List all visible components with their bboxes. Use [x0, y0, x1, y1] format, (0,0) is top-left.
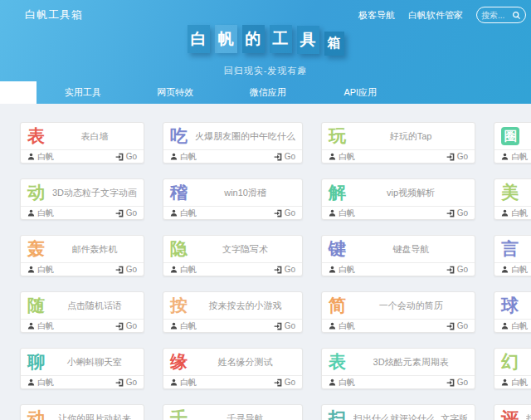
tool-card-author: 白帆 [27, 377, 54, 388]
author-label: 白帆 [511, 320, 528, 332]
search-input[interactable] [481, 11, 512, 20]
tool-card[interactable]: 解 vip视频解析 白帆 Go [321, 178, 475, 220]
tool-card-footer: 白帆 Go [21, 319, 144, 332]
tool-card-title: 姓名缘分测试 [195, 356, 295, 369]
tool-card[interactable]: 聊 小蝌蚪聊天室 白帆 Go [20, 348, 144, 389]
tool-card-go[interactable]: Go [446, 321, 468, 330]
tool-card[interactable]: 圈 一键秒拉圈圈 白帆 Go [494, 122, 531, 164]
tool-card[interactable]: 评 扫出什么就评论什么_图片版 白帆 Go [494, 404, 531, 420]
author-label: 白帆 [37, 208, 54, 219]
tool-card-go[interactable]: Go [446, 152, 468, 161]
hero-title-tile: 工 [270, 25, 292, 53]
tool-card[interactable]: 幻 视幻 白帆 Go [494, 348, 531, 389]
tool-card-title: 扫出什么就评论什么_文字版 [353, 413, 468, 420]
tool-card[interactable]: 稽 win10滑稽 白帆 Go [163, 178, 303, 220]
tool-card-char: 按 [170, 294, 195, 317]
tool-card[interactable]: 玩 好玩的Tap 白帆 Go [321, 122, 475, 164]
author-label: 白帆 [511, 377, 528, 388]
tool-card-footer: 白帆 Go [163, 149, 302, 163]
tool-card[interactable]: 千 千寻导航 白帆 Go [163, 404, 303, 420]
author-label: 白帆 [37, 377, 54, 388]
author-label: 白帆 [511, 208, 528, 219]
sign-in-icon [274, 209, 282, 217]
tool-card[interactable]: 扫 扫出什么就评论什么_文字版 白帆 Go [321, 404, 475, 420]
tool-card-top: 表 表白墙 [21, 123, 144, 149]
user-icon [329, 322, 336, 330]
tool-card-title: 火爆朋友圈的中午吃什么 [195, 130, 295, 143]
hero-subtitle: 回归现实-发现有趣 [0, 65, 531, 77]
tool-card-title: 按来按去的小游戏 [195, 300, 295, 312]
tool-card-go[interactable]: Go [274, 378, 295, 387]
tool-card[interactable]: 按 按来按去的小游戏 白帆 Go [163, 291, 303, 333]
tool-card[interactable]: 动 让你的照片动起来 白帆 Go [20, 404, 144, 420]
tool-card[interactable]: 随 点击随机话语 白帆 Go [20, 291, 144, 333]
tool-card-go[interactable]: Go [115, 321, 137, 330]
site-header: 白帆工具箱 极客导航 白帆软件管家 白帆的工具箱 回归现实-发现有趣 实用工具 … [0, 0, 531, 104]
go-label: Go [126, 321, 137, 330]
tool-card-go[interactable]: Go [446, 208, 468, 217]
tool-card-top: 缘 姓名缘分测试 [163, 349, 302, 375]
author-label: 白帆 [37, 151, 54, 163]
tool-card-top: 千 千寻导航 [163, 405, 302, 420]
tool-card-title: 扫出什么就评论什么_图片版 [526, 413, 531, 420]
tool-card-char: 幻 [501, 350, 526, 374]
sign-in-icon [446, 322, 455, 330]
tool-card[interactable]: 球 cxk在线打篮球 白帆 Go [494, 291, 531, 333]
tool-card[interactable]: 键 键盘导航 白帆 Go [321, 235, 475, 276]
tool-card[interactable]: 美 惊人的美丽 白帆 Go [494, 178, 531, 220]
tool-card[interactable]: 言 一言美化版 白帆 Go [494, 235, 531, 276]
hero-title-tile: 箱 [324, 32, 344, 56]
tool-card-title: 表白墙 [52, 130, 137, 143]
author-label: 白帆 [339, 320, 355, 332]
search-box[interactable] [476, 7, 526, 23]
nav-link-software-manager[interactable]: 白帆软件管家 [408, 9, 463, 22]
tool-card-go[interactable]: Go [115, 378, 137, 387]
tool-card[interactable]: 缘 姓名缘分测试 白帆 Go [163, 348, 303, 389]
tool-card-top: 吃 火爆朋友圈的中午吃什么 [163, 123, 302, 149]
tool-card-title: 让你的照片动起来 [52, 413, 137, 420]
tab[interactable]: 微信应用 [222, 81, 314, 104]
tool-card-footer: 白帆 Go [322, 375, 475, 388]
tool-card[interactable]: 表 3D炫酷元素周期表 白帆 Go [321, 348, 475, 389]
site-logo[interactable]: 白帆工具箱 [25, 7, 83, 22]
tab[interactable]: 网页特效 [129, 81, 222, 104]
tool-card-go[interactable]: Go [115, 208, 137, 217]
tool-card-author: 白帆 [329, 377, 355, 388]
tool-card[interactable]: 简 一个会动的简历 白帆 Go [321, 291, 475, 333]
tool-card-go[interactable]: Go [274, 152, 295, 161]
tool-card-author: 白帆 [170, 208, 197, 219]
tab[interactable] [0, 81, 37, 104]
tool-card-go[interactable]: Go [115, 152, 137, 161]
tab[interactable]: 实用工具 [37, 81, 129, 104]
user-icon [501, 209, 509, 217]
tool-card-go[interactable]: Go [274, 265, 295, 274]
tool-card-title: 3D炫酷元素周期表 [353, 356, 468, 369]
tool-card-footer: 白帆 Go [322, 319, 475, 332]
search-icon[interactable] [512, 11, 521, 20]
tool-card[interactable]: 隐 文字隐写术 白帆 Go [163, 235, 303, 276]
tool-card-go[interactable]: Go [274, 321, 295, 330]
tool-card-title: 千寻导航 [195, 413, 295, 420]
tool-card-footer: 白帆 Go [494, 262, 531, 276]
go-label: Go [126, 265, 137, 274]
tool-card[interactable]: 吃 火爆朋友圈的中午吃什么 白帆 Go [163, 122, 303, 164]
tool-card-top: 动 3D动态粒子文字动画 [21, 179, 144, 206]
user-icon [501, 153, 509, 160]
tool-card-go[interactable]: Go [446, 378, 468, 387]
tab[interactable]: API应用 [314, 81, 407, 104]
tool-card-go[interactable]: Go [274, 208, 295, 217]
tool-card-top: 解 vip视频解析 [322, 179, 475, 206]
tool-card[interactable]: 轰 邮件轰炸机 白帆 Go [20, 235, 144, 276]
tool-card-footer: 白帆 Go [21, 149, 144, 163]
tool-card-top: 稽 win10滑稽 [163, 179, 302, 206]
author-label: 白帆 [180, 377, 197, 388]
tool-card[interactable]: 表 表白墙 白帆 Go [20, 122, 144, 164]
go-label: Go [126, 378, 137, 387]
tool-card-go[interactable]: Go [446, 265, 468, 274]
tool-card[interactable]: 动 3D动态粒子文字动画 白帆 Go [20, 178, 144, 220]
nav-link-geek-nav[interactable]: 极客导航 [358, 9, 395, 22]
tool-card-top: 球 cxk在线打篮球 [494, 292, 531, 319]
tool-card-top: 表 3D炫酷元素周期表 [322, 349, 475, 375]
tool-card-author: 白帆 [501, 320, 528, 332]
tool-card-go[interactable]: Go [115, 265, 137, 274]
